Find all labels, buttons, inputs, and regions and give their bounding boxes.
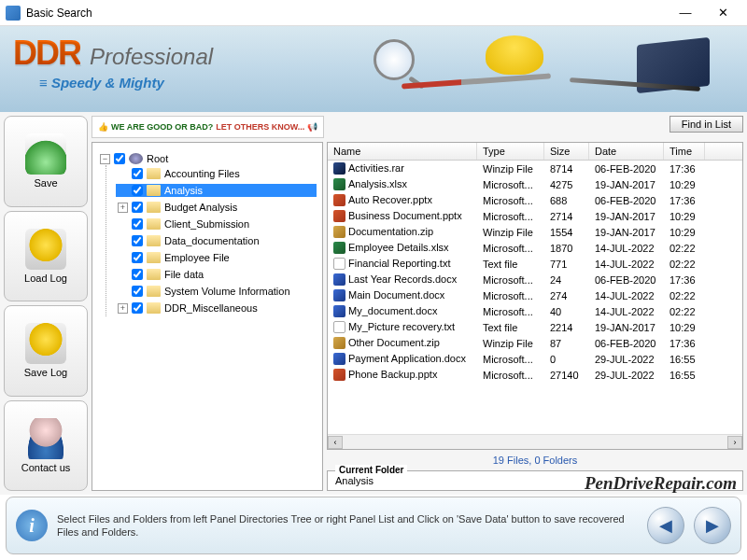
current-folder-box: Current Folder Analysis PenDriveRepair.c… xyxy=(327,470,743,491)
tree-item[interactable]: File data xyxy=(116,268,317,281)
find-in-list-button[interactable]: Find in List xyxy=(669,116,743,133)
speaker-icon: 📢 xyxy=(307,122,317,132)
tree-checkbox[interactable] xyxy=(132,218,143,230)
tree-label: Accounting Files xyxy=(164,168,240,179)
promo-line2: LET OTHERS KNOW... xyxy=(216,122,304,132)
tree-checkbox[interactable] xyxy=(132,168,143,179)
list-item[interactable]: Other Document.zipWinzip File8706-FEB-20… xyxy=(328,335,742,351)
list-item[interactable]: Activities.rarWinzip File871406-FEB-2020… xyxy=(328,161,742,176)
horizontal-scrollbar[interactable]: ‹ › xyxy=(328,434,742,449)
tree-item[interactable]: Client_Submission xyxy=(116,217,317,231)
file-icon xyxy=(333,305,345,317)
tree-label: Data_documentation xyxy=(164,235,260,246)
col-time[interactable]: Time xyxy=(664,143,705,160)
folder-icon xyxy=(147,168,161,179)
hardhat-icon xyxy=(486,35,543,75)
save-label: Save xyxy=(34,177,57,189)
footer-message: Select Files and Folders from left Panel… xyxy=(57,512,638,539)
tree-item[interactable]: Employee File xyxy=(116,251,317,264)
col-size[interactable]: Size xyxy=(544,143,589,160)
tree-root[interactable]: − Root xyxy=(98,152,317,165)
list-item[interactable]: My_Picture recovery.txtText file221419-J… xyxy=(328,319,742,335)
save-button[interactable]: Save xyxy=(4,116,88,207)
magnifier-icon xyxy=(374,39,415,80)
expand-icon[interactable]: + xyxy=(118,303,128,314)
file-icon xyxy=(333,258,345,270)
folder-icon xyxy=(147,235,161,246)
back-button[interactable]: ◀ xyxy=(647,507,684,544)
screwdriver-icon xyxy=(402,73,551,89)
tree-checkbox[interactable] xyxy=(132,235,143,246)
tree-checkbox[interactable] xyxy=(132,185,143,196)
file-icon xyxy=(333,162,345,175)
folder-icon xyxy=(147,286,161,297)
folder-icon xyxy=(147,269,161,280)
col-type[interactable]: Type xyxy=(477,143,544,160)
app-icon xyxy=(6,6,21,21)
current-folder-label: Current Folder xyxy=(335,465,407,475)
file-list[interactable]: Name Type Size Date Time Activities.rarW… xyxy=(327,142,743,450)
scroll-right-icon[interactable]: › xyxy=(727,436,742,449)
tree-label: DDR_Miscellaneous xyxy=(164,302,258,314)
collapse-icon[interactable]: − xyxy=(100,154,110,164)
col-date[interactable]: Date xyxy=(589,143,664,160)
file-icon xyxy=(333,226,345,238)
thumbs-up-icon: 👍 xyxy=(98,122,108,132)
tree-item[interactable]: System Volume Information xyxy=(116,285,317,298)
list-item[interactable]: Phone Backup.pptxMicrosoft...2714029-JUL… xyxy=(328,367,742,383)
list-item[interactable]: Last Year Records.docxMicrosoft...2406-F… xyxy=(328,272,742,287)
tree-label: Budget Analysis xyxy=(164,202,237,213)
file-icon xyxy=(333,353,345,365)
titlebar: Basic Search — ✕ xyxy=(0,0,747,26)
brand-logo: DDR xyxy=(13,34,80,73)
tree-label: Client_Submission xyxy=(164,218,249,230)
list-item[interactable]: Financial Reporting.txtText file77114-JU… xyxy=(328,256,742,272)
tree-checkbox[interactable] xyxy=(132,302,143,314)
tree-checkbox[interactable] xyxy=(132,202,143,213)
list-item[interactable]: Employee Details.xlsxMicrosoft...187014-… xyxy=(328,240,742,256)
window-title: Basic Search xyxy=(26,7,667,20)
list-item[interactable]: Documentation.zipWinzip File155419-JAN-2… xyxy=(328,224,742,240)
tree-item[interactable]: Accounting Files xyxy=(116,167,317,180)
banner-illustration xyxy=(364,34,719,105)
contact-label: Contact us xyxy=(21,462,71,473)
promo-line1: WE ARE GOOD OR BAD? xyxy=(111,122,213,132)
forward-button[interactable]: ▶ xyxy=(694,507,731,544)
tree-item[interactable]: +Budget Analysis xyxy=(116,201,317,214)
minimize-button[interactable]: — xyxy=(667,2,704,24)
file-icon xyxy=(333,369,345,381)
footer: i Select Files and Folders from left Pan… xyxy=(6,497,741,554)
list-item[interactable]: My_document.docxMicrosoft...4014-JUL-202… xyxy=(328,303,742,319)
file-icon xyxy=(333,210,345,222)
list-header[interactable]: Name Type Size Date Time xyxy=(328,143,742,161)
tree-item[interactable]: Data_documentation xyxy=(116,234,317,247)
list-item[interactable]: Payment Application.docxMicrosoft...029-… xyxy=(328,351,742,367)
folder-icon xyxy=(147,252,161,263)
directory-tree[interactable]: − Root Accounting FilesAnalysis+Budget A… xyxy=(92,142,323,491)
promo-banner[interactable]: 👍 WE ARE GOOD OR BAD? LET OTHERS KNOW...… xyxy=(92,116,324,138)
root-checkbox[interactable] xyxy=(114,153,125,164)
list-item[interactable]: Analysis.xlsxMicrosoft...427519-JAN-2017… xyxy=(328,176,742,192)
tree-checkbox[interactable] xyxy=(132,269,143,280)
list-item[interactable]: Auto Recover.pptxMicrosoft...68806-FEB-2… xyxy=(328,192,742,208)
expand-icon[interactable]: + xyxy=(118,203,128,213)
load-log-label: Load Log xyxy=(24,273,67,284)
close-button[interactable]: ✕ xyxy=(704,2,741,24)
list-item[interactable]: Business Document.pptxMicrosoft...271419… xyxy=(328,208,742,224)
tree-item[interactable]: +DDR_Miscellaneous xyxy=(116,301,317,315)
load-log-button[interactable]: Load Log xyxy=(4,211,88,302)
scroll-left-icon[interactable]: ‹ xyxy=(328,436,343,449)
contact-us-button[interactable]: Contact us xyxy=(4,400,88,492)
tree-checkbox[interactable] xyxy=(132,252,143,263)
col-name[interactable]: Name xyxy=(328,143,477,160)
info-icon: i xyxy=(16,510,48,541)
tree-item[interactable]: Analysis xyxy=(116,184,317,197)
watermark: PenDriveRepair.com xyxy=(585,473,737,494)
save-log-button[interactable]: Save Log xyxy=(4,305,88,397)
list-item[interactable]: Main Document.docxMicrosoft...27414-JUL-… xyxy=(328,287,742,303)
tree-checkbox[interactable] xyxy=(132,286,143,297)
file-icon xyxy=(333,242,345,254)
save-log-icon xyxy=(25,323,66,364)
file-icon xyxy=(333,289,345,301)
contact-icon xyxy=(25,418,66,459)
